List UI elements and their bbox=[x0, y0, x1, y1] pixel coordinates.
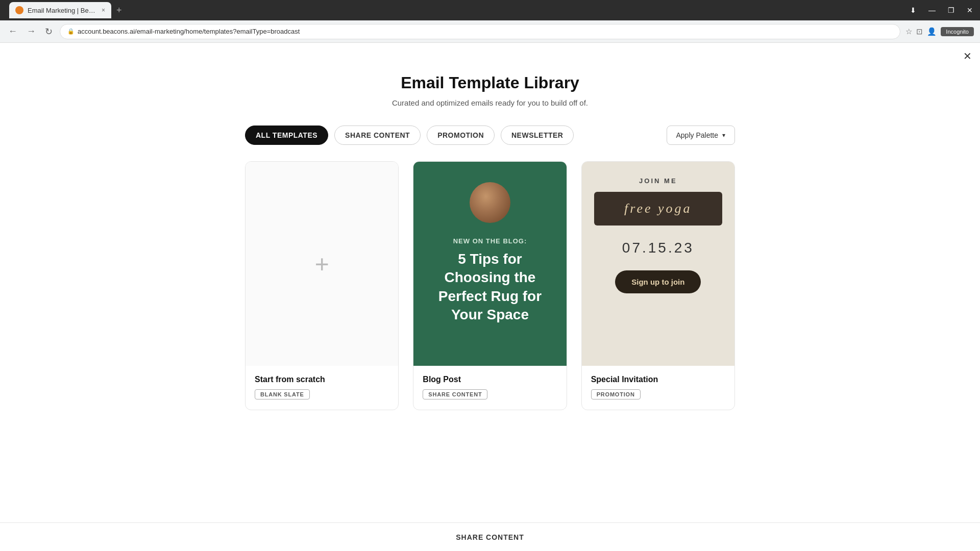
minimize-button[interactable]: — bbox=[925, 6, 939, 14]
window-controls: ⬇ — ❐ ✕ bbox=[907, 6, 976, 14]
card-tag-blank: BLANK SLATE bbox=[255, 389, 310, 399]
blank-slate-preview: + bbox=[246, 162, 398, 366]
yoga-text: free yoga bbox=[624, 201, 692, 216]
maximize-button[interactable]: ❐ bbox=[945, 6, 958, 14]
main-content: Email Template Library Curated and optim… bbox=[235, 43, 745, 431]
template-grid: + Start from scratch BLANK SLATE NEW ON … bbox=[245, 161, 735, 410]
avatar-image bbox=[470, 182, 510, 223]
account-icon[interactable]: 👤 bbox=[927, 27, 937, 36]
avatar bbox=[470, 182, 510, 223]
template-card-blank[interactable]: + Start from scratch BLANK SLATE bbox=[245, 161, 399, 410]
browser-tab[interactable]: Email Marketing | Beacons × bbox=[9, 2, 111, 18]
page-title: Email Template Library bbox=[245, 73, 735, 92]
filter-share-content[interactable]: SHARE CONTENT bbox=[334, 126, 421, 145]
apply-palette-button[interactable]: Apply Palette ▾ bbox=[667, 126, 736, 145]
card-tag-blog: SHARE CONTENT bbox=[423, 389, 487, 399]
tab-close-icon[interactable]: × bbox=[102, 7, 105, 14]
incognito-badge: Incognito bbox=[941, 27, 974, 36]
lock-icon: 🔒 bbox=[67, 28, 75, 35]
blog-content: NEW ON THE BLOG: 5 Tips for Choosing the… bbox=[413, 162, 566, 366]
yoga-banner: free yoga bbox=[594, 192, 722, 226]
address-actions: ☆ ⊡ 👤 Incognito bbox=[905, 27, 974, 36]
page-area: ✕ Email Template Library Curated and opt… bbox=[0, 43, 980, 551]
tab-favicon bbox=[15, 6, 23, 14]
browser-chrome: Email Marketing | Beacons × + ⬇ — ❐ ✕ bbox=[0, 0, 980, 20]
card-name-invite: Special Invitation bbox=[591, 375, 725, 384]
chevron-down-icon: ▾ bbox=[722, 132, 725, 139]
signup-button[interactable]: Sign up to join bbox=[615, 270, 701, 293]
blog-label: NEW ON THE BLOG: bbox=[453, 237, 527, 245]
forward-button[interactable]: → bbox=[24, 24, 38, 39]
address-text: account.beacons.ai/email-marketing/home/… bbox=[78, 28, 893, 35]
reload-button[interactable]: ↻ bbox=[43, 24, 55, 39]
filter-newsletter[interactable]: NEWSLETTER bbox=[501, 126, 574, 145]
card-info-blank: Start from scratch BLANK SLATE bbox=[246, 366, 398, 410]
blog-title: 5 Tips for Choosing the Perfect Rug for … bbox=[426, 250, 554, 324]
bottom-share-content-label: SHARE CONTENT bbox=[456, 533, 524, 541]
tab-title: Email Marketing | Beacons bbox=[28, 7, 95, 14]
back-button[interactable]: ← bbox=[6, 24, 19, 39]
filter-bar: ALL TEMPLATES SHARE CONTENT PROMOTION NE… bbox=[245, 126, 735, 145]
card-name-blog: Blog Post bbox=[423, 375, 557, 384]
card-tag-invite: PROMOTION bbox=[591, 389, 641, 399]
card-info-invite: Special Invitation PROMOTION bbox=[582, 366, 734, 410]
template-card-blog[interactable]: NEW ON THE BLOG: 5 Tips for Choosing the… bbox=[413, 161, 567, 410]
address-bar-row: ← → ↻ 🔒 account.beacons.ai/email-marketi… bbox=[0, 20, 980, 43]
page-close-button[interactable]: ✕ bbox=[963, 50, 972, 62]
date-text: 07.15.23 bbox=[622, 240, 694, 256]
special-invite-preview: JOIN ME free yoga 07.15.23 Sign up to jo… bbox=[582, 162, 734, 366]
device-view-icon[interactable]: ⊡ bbox=[916, 27, 923, 36]
card-info-blog: Blog Post SHARE CONTENT bbox=[413, 366, 566, 410]
address-bar[interactable]: 🔒 account.beacons.ai/email-marketing/hom… bbox=[60, 24, 900, 39]
bookmark-star-icon[interactable]: ☆ bbox=[905, 27, 912, 36]
invite-content: JOIN ME free yoga 07.15.23 Sign up to jo… bbox=[582, 162, 734, 366]
card-name-blank: Start from scratch bbox=[255, 375, 389, 384]
template-card-invite[interactable]: JOIN ME free yoga 07.15.23 Sign up to jo… bbox=[581, 161, 735, 410]
apply-palette-label: Apply Palette bbox=[676, 131, 719, 139]
tab-list-button[interactable]: ⬇ bbox=[907, 6, 919, 14]
filter-promotion[interactable]: PROMOTION bbox=[427, 126, 495, 145]
filter-all-templates[interactable]: ALL TEMPLATES bbox=[245, 126, 328, 145]
blog-post-preview: NEW ON THE BLOG: 5 Tips for Choosing the… bbox=[413, 162, 566, 366]
join-me-text: JOIN ME bbox=[639, 177, 677, 185]
bottom-bar: SHARE CONTENT bbox=[0, 522, 980, 551]
page-subtitle: Curated and optimized emails ready for y… bbox=[245, 98, 735, 107]
new-tab-button[interactable]: + bbox=[116, 5, 122, 16]
add-icon: + bbox=[246, 162, 398, 366]
close-window-button[interactable]: ✕ bbox=[964, 6, 976, 14]
